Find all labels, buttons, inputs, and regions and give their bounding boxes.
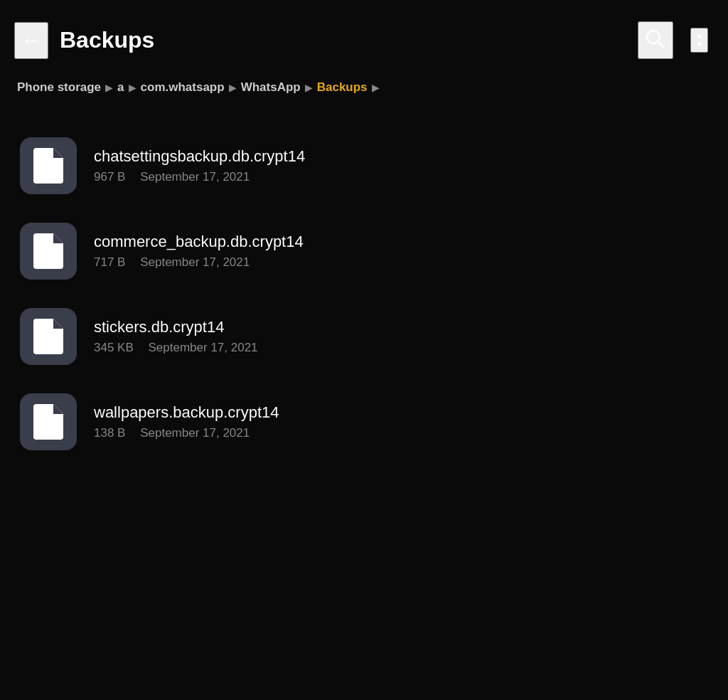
breadcrumb-backups[interactable]: Backups bbox=[317, 80, 368, 95]
file-icon-chatsettings bbox=[20, 137, 77, 194]
file-size: 717 B bbox=[94, 255, 125, 269]
file-date: September 17, 2021 bbox=[140, 426, 250, 440]
breadcrumb-sep-3: ▶ bbox=[229, 82, 237, 93]
svg-line-1 bbox=[658, 42, 664, 48]
header: ← Backups bbox=[0, 0, 728, 73]
back-arrow-icon: ← bbox=[21, 29, 41, 52]
breadcrumb-phone-storage[interactable]: Phone storage bbox=[17, 80, 101, 95]
file-size: 967 B bbox=[94, 170, 125, 184]
file-list: chatsettingsbackup.db.crypt14 967 B Sept… bbox=[0, 116, 728, 472]
more-icon bbox=[697, 35, 701, 46]
file-document-icon bbox=[33, 404, 63, 440]
breadcrumb-sep-2: ▶ bbox=[129, 82, 136, 93]
file-document-icon bbox=[33, 319, 63, 354]
header-actions bbox=[638, 21, 708, 59]
file-meta: 717 B September 17, 2021 bbox=[94, 255, 708, 270]
list-item[interactable]: commerce_backup.db.crypt14 717 B Septemb… bbox=[0, 208, 728, 294]
file-meta: 967 B September 17, 2021 bbox=[94, 170, 708, 184]
file-document-icon bbox=[33, 233, 63, 269]
page-title: Backups bbox=[60, 27, 626, 53]
file-meta: 345 KB September 17, 2021 bbox=[94, 341, 708, 355]
breadcrumb-com-whatsapp[interactable]: com.whatsapp bbox=[141, 80, 225, 95]
file-info-chatsettings: chatsettingsbackup.db.crypt14 967 B Sept… bbox=[94, 147, 708, 184]
file-name: chatsettingsbackup.db.crypt14 bbox=[94, 147, 708, 166]
file-date: September 17, 2021 bbox=[140, 255, 250, 269]
file-document-icon bbox=[33, 148, 63, 184]
search-button[interactable] bbox=[638, 21, 673, 59]
breadcrumb-whatsapp[interactable]: WhatsApp bbox=[241, 80, 301, 95]
file-icon-stickers bbox=[20, 308, 77, 365]
file-icon-commerce bbox=[20, 223, 77, 280]
file-date: September 17, 2021 bbox=[149, 341, 258, 354]
file-icon-wallpapers bbox=[20, 393, 77, 450]
breadcrumb-sep-4: ▶ bbox=[305, 82, 313, 93]
file-size: 345 KB bbox=[94, 341, 134, 354]
file-name: stickers.db.crypt14 bbox=[94, 318, 708, 336]
file-size: 138 B bbox=[94, 426, 125, 440]
breadcrumb-sep-1: ▶ bbox=[105, 82, 113, 93]
file-meta: 138 B September 17, 2021 bbox=[94, 426, 708, 440]
list-item[interactable]: chatsettingsbackup.db.crypt14 967 B Sept… bbox=[0, 123, 728, 208]
file-date: September 17, 2021 bbox=[140, 170, 250, 184]
more-options-button[interactable] bbox=[690, 28, 708, 53]
file-name: commerce_backup.db.crypt14 bbox=[94, 233, 708, 251]
breadcrumb: Phone storage ▶ a ▶ com.whatsapp ▶ Whats… bbox=[0, 73, 728, 116]
search-icon bbox=[645, 28, 666, 52]
file-info-wallpapers: wallpapers.backup.crypt14 138 B Septembe… bbox=[94, 403, 708, 440]
breadcrumb-a[interactable]: a bbox=[117, 80, 124, 95]
list-item[interactable]: stickers.db.crypt14 345 KB September 17,… bbox=[0, 294, 728, 379]
list-item[interactable]: wallpapers.backup.crypt14 138 B Septembe… bbox=[0, 379, 728, 465]
breadcrumb-sep-5: ▶ bbox=[372, 82, 380, 93]
file-name: wallpapers.backup.crypt14 bbox=[94, 403, 708, 422]
file-info-stickers: stickers.db.crypt14 345 KB September 17,… bbox=[94, 318, 708, 355]
back-button[interactable]: ← bbox=[14, 22, 48, 59]
file-info-commerce: commerce_backup.db.crypt14 717 B Septemb… bbox=[94, 233, 708, 270]
